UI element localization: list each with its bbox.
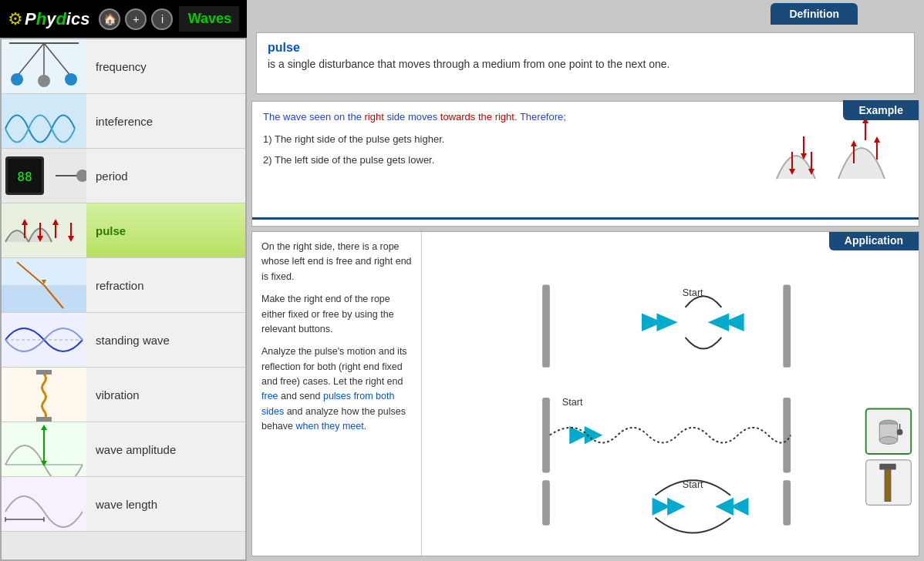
application-description: On the right side, there is a rope whose… [252,232,422,556]
frequency-label: frequency [86,60,147,73]
example-text: The wave seen on the right side moves to… [263,109,746,168]
svg-point-3 [11,73,23,86]
gear-icon: ⚙ [8,9,23,29]
app-header: ⚙ Phydics 🏠 + i Waves [0,0,247,38]
sidebar: ⚙ Phydics 🏠 + i Waves [0,0,247,561]
svg-marker-19 [68,236,74,242]
svg-rect-47 [783,285,791,368]
sidebar-item-standing-wave[interactable]: standing wave [2,313,245,368]
period-thumb: 88 [2,149,86,203]
wave-amplitude-label: wave amplitude [86,443,176,456]
wave-amplitude-thumb [2,422,86,476]
svg-rect-59 [542,480,550,526]
svg-marker-29 [41,425,47,430]
svg-line-21 [17,262,44,285]
app-desc-2: Make the right end of the rope either fi… [261,292,412,337]
pulse-label: pulse [86,224,126,237]
section-title: Waves [179,6,239,32]
example-point2: 2) The left side of the pulse gets lower… [263,153,746,169]
svg-rect-72 [885,465,891,502]
info-button[interactable]: i [151,8,173,30]
svg-rect-48 [542,285,550,368]
svg-text:Start: Start [562,397,583,408]
wave-length-thumb [2,477,86,531]
refraction-label: refraction [86,279,144,292]
svg-marker-17 [52,219,59,225]
svg-rect-25 [36,370,52,375]
definition-term: pulse [268,41,903,55]
sidebar-item-period[interactable]: 88 period [2,149,245,203]
example-text-part2: side moves [384,111,440,123]
svg-text:88: 88 [17,170,32,184]
refraction-thumb [2,258,86,312]
sidebar-item-vibration[interactable]: vibration [2,368,245,422]
sidebar-item-pulse[interactable]: pulse [2,203,245,258]
example-divider [252,217,919,220]
svg-rect-60 [783,480,791,526]
example-tab: Example [843,100,919,120]
interference-label: inteference [86,115,153,128]
sidebar-item-wave-length[interactable]: wave length [2,477,245,532]
standing-wave-thumb [2,313,86,367]
definition-panel: pulse is a single disturbance that moves… [256,32,915,94]
add-button[interactable]: + [125,8,147,30]
app-logo: ⚙ Phydics [8,9,89,29]
svg-point-4 [38,75,50,87]
application-diagram: Start Star [422,232,919,556]
example-diagram [754,109,908,210]
svg-marker-50 [656,314,677,331]
definition-section: Definition pulse is a single disturbance… [251,28,919,96]
example-text-part3: . Therefore; [514,111,566,123]
application-section: Application On the right side, there is … [251,231,919,556]
svg-point-11 [76,170,86,182]
example-text-right: right [365,111,384,123]
example-text-towards: towards the right [440,111,514,123]
svg-rect-54 [542,398,550,473]
example-content: The wave seen on the right side moves to… [252,102,919,217]
svg-rect-73 [879,464,895,470]
standing-wave-label: standing wave [86,334,170,347]
app-desc-3: Analyze the pulse's motion and its refle… [261,344,412,434]
svg-rect-26 [36,417,52,422]
svg-marker-13 [22,219,28,225]
sidebar-item-wave-amplitude[interactable]: wave amplitude [2,422,245,477]
sidebar-item-refraction[interactable]: refraction [2,258,245,313]
svg-point-68 [879,437,897,445]
interference-thumb [2,94,86,148]
svg-point-69 [897,429,903,435]
nav-icons: 🏠 + i [99,8,173,30]
topic-list: frequency inteference 88 [0,38,247,561]
definition-tab: Definition [771,3,858,25]
app-desc-1: On the right side, there is a rope whose… [261,240,412,284]
svg-marker-62 [667,498,685,516]
example-text-part1: The wave seen on the [263,111,365,123]
svg-marker-30 [41,461,47,466]
definition-text: is a single disturbance that moves throu… [268,58,903,70]
logo-text: Phydics [25,9,89,29]
svg-rect-55 [783,398,791,473]
sidebar-item-interference[interactable]: inteference [2,94,245,149]
sidebar-item-frequency[interactable]: frequency [2,39,245,94]
wave-length-label: wave length [86,498,157,511]
svg-marker-41 [851,140,857,146]
example-point1: 1) The right side of the pulse gets high… [263,132,746,148]
main-content: Definition pulse is a single disturbance… [247,0,924,561]
svg-point-5 [65,73,77,86]
vibration-thumb [2,368,86,422]
svg-line-2 [44,43,71,76]
period-label: period [86,170,128,183]
home-button[interactable]: 🏠 [99,8,120,30]
svg-line-0 [17,43,44,76]
pulse-thumb [2,203,86,257]
example-section: Example The wave seen on the right side … [251,101,919,227]
svg-rect-20 [2,285,86,312]
vibration-label: vibration [86,388,140,401]
svg-marker-45 [874,136,880,143]
frequency-thumb [2,39,86,93]
